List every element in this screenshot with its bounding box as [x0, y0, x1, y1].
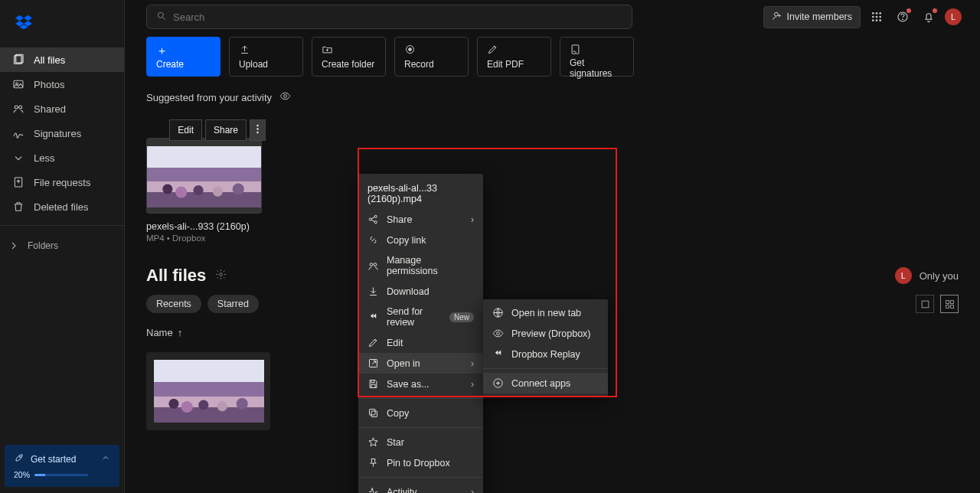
get-started-panel[interactable]: Get started 20%: [5, 445, 119, 487]
apps-grid-button[interactable]: [867, 7, 887, 27]
ctx-separator: [358, 477, 483, 478]
plus-circle-icon: [492, 377, 504, 389]
ctx-save-as[interactable]: Save as...›: [358, 374, 483, 394]
chip-starred[interactable]: Starred: [207, 295, 259, 313]
ctx-separator: [358, 398, 483, 399]
help-button[interactable]: [893, 7, 913, 27]
eye-icon[interactable]: [279, 90, 291, 104]
svg-point-37: [370, 263, 373, 266]
file-thumbnail: [146, 138, 262, 214]
get-started-pct: 20%: [14, 470, 30, 479]
file-share-button[interactable]: Share: [205, 119, 247, 141]
action-edit-pdf[interactable]: Edit PDF: [477, 37, 551, 77]
save-icon: [368, 378, 379, 390]
action-record[interactable]: Record: [394, 37, 469, 77]
main-area: Invite members L ＋ Create Upload: [125, 0, 980, 493]
sub-open-new-tab[interactable]: Open in new tab: [483, 302, 608, 323]
sidebar-item-photos[interactable]: Photos: [0, 72, 124, 96]
sidebar-item-deleted[interactable]: Deleted files: [0, 194, 124, 219]
upload-icon: [239, 44, 293, 57]
ctx-share[interactable]: Share›: [358, 209, 483, 230]
svg-point-11: [876, 12, 878, 15]
suggested-files: Edit Share pexels-ali-...933 (2160p) MP4…: [146, 115, 959, 243]
sidebar-item-shared[interactable]: Shared: [0, 96, 124, 121]
ctx-open-in[interactable]: Open in›: [358, 353, 483, 374]
search-input[interactable]: [146, 5, 632, 29]
file-request-icon: [12, 176, 24, 188]
svg-point-38: [374, 263, 377, 266]
ctx-copy[interactable]: Copy: [358, 403, 483, 423]
ctx-send-review[interactable]: Send for review New: [358, 302, 483, 332]
ctx-star[interactable]: Star: [358, 432, 483, 452]
sub-connect-apps[interactable]: Connect apps: [483, 373, 608, 393]
share-icon: [368, 214, 379, 225]
svg-point-22: [409, 48, 412, 51]
chevron-right-icon: [8, 240, 20, 252]
gear-icon[interactable]: [215, 269, 227, 283]
svg-point-18: [879, 19, 881, 21]
grid-file-card[interactable]: [146, 352, 270, 430]
sidebar-item-less[interactable]: Less: [0, 145, 124, 170]
chip-recents[interactable]: Recents: [146, 295, 201, 313]
sidebar-folders[interactable]: Folders: [0, 232, 124, 260]
replay-icon: [492, 348, 504, 360]
svg-point-4: [15, 106, 18, 109]
rocket-icon: [14, 452, 24, 465]
svg-point-24: [284, 95, 287, 98]
action-label: Upload: [239, 59, 293, 70]
svg-point-9: [774, 12, 778, 16]
search-field[interactable]: [173, 11, 622, 23]
action-upload[interactable]: Upload: [229, 37, 303, 77]
dropbox-logo[interactable]: [0, 0, 124, 47]
sidebar-item-label: Less: [34, 152, 54, 164]
ctx-edit[interactable]: Edit: [358, 332, 483, 353]
ctx-separator: [358, 427, 483, 428]
action-label: Record: [404, 59, 459, 70]
pin-icon: [368, 457, 379, 469]
svg-point-5: [19, 106, 22, 109]
sidebar-item-label: All files: [34, 54, 65, 66]
action-create-folder[interactable]: Create folder: [312, 37, 386, 77]
edit-icon: [487, 44, 541, 57]
file-edit-button[interactable]: Edit: [169, 119, 202, 141]
context-menu-title: pexels-ali-al...33 (2160p).mp4: [358, 174, 483, 209]
sidebar-item-file-requests[interactable]: File requests: [0, 170, 124, 194]
ctx-copy-link[interactable]: Copy link: [358, 230, 483, 250]
svg-rect-32: [946, 305, 949, 308]
plus-icon: ＋: [156, 44, 211, 58]
sidebar-item-label: Shared: [34, 103, 66, 115]
svg-rect-30: [946, 300, 949, 303]
ctx-pin[interactable]: Pin to Dropbox: [358, 452, 483, 473]
action-label: Create folder: [322, 59, 376, 70]
avatar[interactable]: L: [895, 267, 912, 284]
all-files-header: All files L Only you: [146, 266, 959, 286]
ctx-activity[interactable]: Activity›: [358, 482, 483, 493]
view-list-button[interactable]: [916, 295, 934, 313]
download-icon: [368, 286, 379, 297]
file-card[interactable]: Edit Share pexels-ali-...933 (2160p) MP4…: [146, 115, 270, 243]
copy-icon: [368, 407, 379, 419]
file-more-button[interactable]: [250, 119, 266, 141]
trash-icon: [12, 201, 24, 213]
invite-members-button[interactable]: Invite members: [763, 6, 861, 28]
ctx-manage-permissions[interactable]: Manage permissions: [358, 250, 483, 281]
svg-point-13: [872, 16, 874, 18]
star-icon: [368, 436, 379, 448]
view-grid-button[interactable]: [940, 295, 959, 313]
action-create[interactable]: ＋ Create: [146, 37, 220, 77]
suggested-label: Suggested from your activity: [146, 92, 272, 103]
get-started-label: Get started: [31, 454, 76, 465]
svg-rect-33: [950, 305, 953, 308]
avatar[interactable]: L: [945, 8, 962, 25]
actions-row: ＋ Create Upload Create folder Record: [146, 37, 959, 77]
svg-rect-43: [370, 410, 376, 416]
suggested-label-row: Suggested from your activity: [146, 90, 959, 104]
notifications-button[interactable]: [919, 7, 939, 27]
sub-dropbox-replay[interactable]: Dropbox Replay: [483, 344, 608, 364]
sidebar-item-all-files[interactable]: All files: [0, 47, 124, 72]
sub-preview-dropbox[interactable]: Preview (Dropbox): [483, 323, 608, 344]
ctx-download[interactable]: Download: [358, 281, 483, 302]
svg-point-7: [19, 456, 21, 458]
action-get-signatures[interactable]: Get signatures: [560, 37, 634, 77]
sidebar-item-signatures[interactable]: Signatures: [0, 121, 124, 145]
